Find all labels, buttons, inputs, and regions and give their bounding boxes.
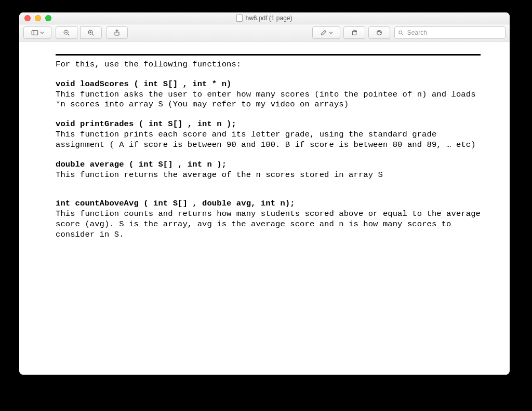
function-description: This function prints each score and its … bbox=[56, 130, 481, 150]
svg-point-13 bbox=[399, 31, 402, 34]
svg-line-3 bbox=[68, 34, 69, 35]
page-1: For this, use the following functions: v… bbox=[19, 42, 510, 375]
marker-icon bbox=[376, 29, 383, 36]
chevron-down-icon bbox=[40, 31, 44, 35]
zoom-in-button[interactable] bbox=[80, 26, 102, 39]
zoom-out-icon bbox=[63, 29, 70, 36]
share-icon bbox=[113, 29, 121, 36]
preview-window: hw6.pdf (1 page) bbox=[19, 12, 510, 375]
zoom-out-button[interactable] bbox=[56, 26, 77, 39]
window-controls bbox=[24, 15, 51, 21]
minimize-window-button[interactable] bbox=[35, 15, 41, 21]
document-viewport[interactable]: For this, use the following functions: v… bbox=[19, 42, 510, 375]
intro-text: For this, use the following functions: bbox=[56, 60, 481, 70]
function-description: This function counts and returns how man… bbox=[56, 209, 481, 240]
function-description: This function asks the user to enter how… bbox=[56, 90, 481, 111]
search-icon bbox=[398, 30, 404, 36]
svg-rect-0 bbox=[32, 31, 37, 35]
horizontal-rule bbox=[56, 54, 481, 56]
toolbar bbox=[19, 24, 510, 42]
document-body: For this, use the following functions: v… bbox=[56, 60, 481, 240]
share-button[interactable] bbox=[106, 26, 128, 39]
function-block-average: double average ( int S[] , int n ); This… bbox=[56, 160, 481, 181]
zoom-window-button[interactable] bbox=[45, 15, 51, 21]
function-signature: void loadScores ( int S[] , int * n) bbox=[56, 79, 481, 90]
window-title-group: hw6.pdf (1 page) bbox=[236, 15, 292, 22]
sidebar-toggle-button[interactable] bbox=[23, 26, 51, 39]
function-signature: void printGrades ( int S[] , int n ); bbox=[56, 119, 481, 130]
search-input[interactable] bbox=[406, 29, 502, 37]
svg-line-6 bbox=[92, 34, 94, 35]
pencil-icon bbox=[320, 29, 327, 36]
window-title: hw6.pdf (1 page) bbox=[245, 15, 292, 22]
close-window-button[interactable] bbox=[24, 15, 31, 21]
chevron-down-icon bbox=[329, 31, 333, 35]
function-signature: int countAboveAvg ( int S[] , double avg… bbox=[56, 199, 481, 209]
function-description: This function returns the average of the… bbox=[56, 170, 481, 181]
svg-line-14 bbox=[402, 34, 403, 35]
function-block-loadscores: void loadScores ( int S[] , int * n) Thi… bbox=[56, 79, 481, 110]
titlebar: hw6.pdf (1 page) bbox=[19, 12, 510, 24]
search-field[interactable] bbox=[394, 26, 506, 39]
zoom-in-icon bbox=[87, 29, 95, 36]
document-icon bbox=[236, 15, 243, 22]
function-signature: double average ( int S[] , int n ); bbox=[56, 160, 481, 170]
function-block-printgrades: void printGrades ( int S[] , int n ); Th… bbox=[56, 119, 481, 150]
rotate-icon bbox=[351, 29, 358, 36]
sidebar-icon bbox=[31, 29, 38, 36]
highlight-button[interactable] bbox=[368, 26, 390, 39]
rotate-button[interactable] bbox=[343, 26, 365, 39]
function-block-countaboveavg: int countAboveAvg ( int S[] , double avg… bbox=[56, 199, 481, 240]
markup-button[interactable] bbox=[312, 26, 340, 39]
